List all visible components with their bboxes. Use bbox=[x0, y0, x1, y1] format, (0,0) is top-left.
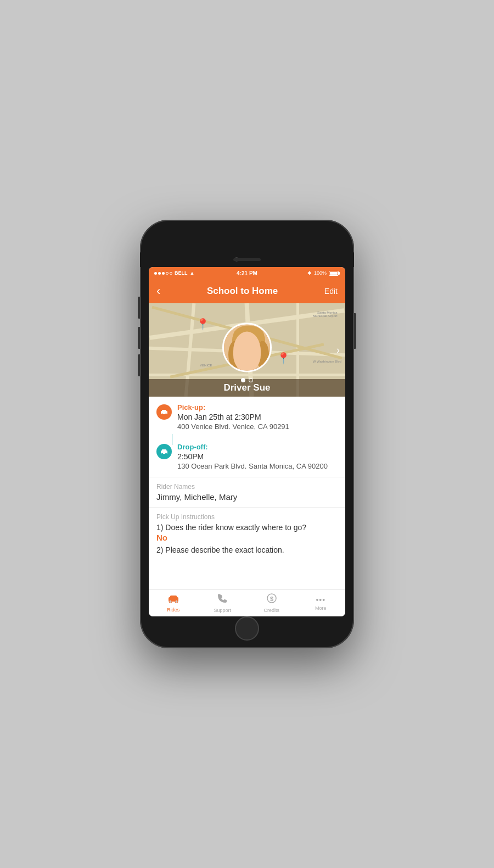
speaker bbox=[233, 258, 261, 261]
credits-tab-label: Credits bbox=[263, 608, 279, 613]
signal-dots bbox=[154, 272, 172, 275]
svg-point-23 bbox=[169, 600, 172, 603]
ride-detail-section: Pick-up: Mon Jan 25th at 2:30PM 400 Veni… bbox=[149, 397, 345, 477]
home-button[interactable] bbox=[235, 616, 259, 641]
support-tab-label: Support bbox=[214, 608, 231, 613]
back-button[interactable]: ‹ bbox=[156, 284, 160, 298]
page-title: School to Home bbox=[207, 286, 278, 297]
status-time: 4:21 PM bbox=[237, 270, 257, 276]
phone-top-bar bbox=[140, 252, 354, 267]
edit-button[interactable]: Edit bbox=[324, 287, 338, 296]
instruction-question-1: 1) Does the rider know exactly where to … bbox=[156, 523, 338, 532]
battery-fill bbox=[330, 272, 338, 275]
tab-support[interactable]: Support bbox=[198, 593, 248, 613]
dropoff-address: 130 Ocean Park Blvd. Santa Monica, CA 90… bbox=[177, 462, 338, 470]
svg-rect-22 bbox=[170, 596, 177, 599]
instructions-section: Pick Up Instructions 1) Does the rider k… bbox=[149, 508, 345, 561]
bluetooth-icon: ✱ bbox=[307, 270, 312, 276]
pickup-pin: 📍 bbox=[196, 318, 210, 331]
chevron-right-icon[interactable]: › bbox=[336, 344, 340, 356]
svg-rect-14 bbox=[162, 410, 166, 412]
svg-point-8 bbox=[244, 348, 245, 349]
pickup-content: Pick-up: Mon Jan 25th at 2:30PM 400 Veni… bbox=[177, 403, 338, 431]
signal-dot-5 bbox=[170, 272, 172, 275]
page-dot-2[interactable] bbox=[249, 378, 253, 382]
dollar-icon: $ bbox=[266, 593, 277, 604]
svg-rect-18 bbox=[162, 449, 166, 452]
svg-point-5 bbox=[237, 338, 261, 366]
carrier-label: BELL bbox=[175, 270, 188, 276]
svg-point-12 bbox=[233, 326, 264, 346]
svg-point-20 bbox=[165, 453, 167, 455]
signal-dot-2 bbox=[158, 272, 161, 275]
phone-screen: BELL ▲ 4:21 PM ✱ 100% ‹ School to Home E… bbox=[149, 267, 345, 616]
phone-icon bbox=[217, 593, 228, 604]
status-bar: BELL ▲ 4:21 PM ✱ 100% bbox=[149, 267, 345, 279]
rider-names-label: Rider Names bbox=[156, 483, 338, 491]
svg-point-4 bbox=[256, 341, 269, 369]
tab-credits[interactable]: $ Credits bbox=[247, 593, 296, 613]
content-area: Pick-up: Mon Jan 25th at 2:30PM 400 Veni… bbox=[149, 397, 345, 589]
phone-device: BELL ▲ 4:21 PM ✱ 100% ‹ School to Home E… bbox=[140, 220, 354, 648]
rides-car-icon bbox=[167, 593, 179, 603]
dropoff-icon bbox=[156, 444, 172, 459]
pickup-row: Pick-up: Mon Jan 25th at 2:30PM 400 Veni… bbox=[156, 403, 338, 431]
rider-names-section: Rider Names Jimmy, Michelle, Mary bbox=[149, 477, 345, 508]
tab-rides[interactable]: Rides bbox=[149, 593, 198, 613]
tab-more[interactable]: ••• More bbox=[296, 596, 346, 611]
svg-point-15 bbox=[161, 414, 163, 415]
map-section[interactable]: Santa MonicaMunicipal Airport VENICE W W… bbox=[149, 303, 345, 397]
nav-bar: ‹ School to Home Edit bbox=[149, 279, 345, 303]
credits-icon: $ bbox=[266, 593, 277, 607]
wifi-icon: ▲ bbox=[190, 270, 195, 276]
signal-dot-1 bbox=[154, 272, 157, 275]
battery-icon bbox=[329, 271, 340, 276]
svg-point-9 bbox=[253, 348, 254, 349]
dropoff-row: Drop-off: 2:50PM 130 Ocean Park Blvd. Sa… bbox=[156, 443, 338, 470]
map-label-washington: W Washington Blvd bbox=[313, 360, 341, 363]
status-right: ✱ 100% bbox=[307, 270, 340, 276]
svg-point-11 bbox=[248, 352, 250, 353]
support-icon bbox=[217, 593, 228, 607]
tab-bar: Rides Support $ Credit bbox=[149, 589, 345, 616]
pickup-datetime: Mon Jan 25th at 2:30PM bbox=[177, 413, 338, 421]
svg-text:$: $ bbox=[270, 596, 273, 602]
instruction-question-2: 2) Please describe the exact location. bbox=[156, 546, 338, 554]
page-dot-1[interactable] bbox=[241, 378, 245, 382]
signal-dot-4 bbox=[166, 272, 169, 275]
page-dots bbox=[241, 378, 253, 382]
dropoff-content: Drop-off: 2:50PM 130 Ocean Park Blvd. Sa… bbox=[177, 443, 338, 470]
svg-point-7 bbox=[251, 347, 255, 350]
svg-point-6 bbox=[243, 347, 246, 350]
status-left: BELL ▲ bbox=[154, 270, 194, 276]
instructions-label: Pick Up Instructions bbox=[156, 513, 338, 521]
battery-percent: 100% bbox=[314, 270, 327, 276]
dropoff-pin: 📍 bbox=[277, 352, 290, 365]
pickup-label: Pick-up: bbox=[177, 403, 338, 411]
svg-point-10 bbox=[244, 354, 253, 358]
pickup-address: 400 Venice Blvd. Venice, CA 90291 bbox=[177, 422, 338, 431]
more-tab-label: More bbox=[315, 605, 327, 611]
svg-point-3 bbox=[228, 341, 242, 369]
driver-photo bbox=[222, 323, 272, 372]
dropoff-time: 2:50PM bbox=[177, 452, 338, 461]
dropoff-car-icon bbox=[160, 447, 169, 456]
signal-dot-3 bbox=[162, 272, 165, 275]
driver-portrait-svg bbox=[224, 325, 272, 372]
svg-point-16 bbox=[165, 414, 167, 415]
svg-point-19 bbox=[161, 453, 163, 455]
instruction-answer-1: No bbox=[156, 533, 338, 542]
car-icon bbox=[160, 408, 169, 416]
battery-body bbox=[329, 271, 339, 276]
driver-face bbox=[224, 325, 270, 371]
pickup-icon bbox=[156, 404, 172, 420]
map-label-venice: VENICE bbox=[200, 364, 212, 367]
rides-icon bbox=[167, 593, 179, 606]
more-icon: ••• bbox=[316, 596, 325, 604]
rider-names-value: Jimmy, Michelle, Mary bbox=[156, 492, 338, 502]
rides-tab-label: Rides bbox=[167, 607, 179, 613]
map-label-airport: Santa MonicaMunicipal Airport bbox=[313, 311, 337, 318]
dropoff-label: Drop-off: bbox=[177, 443, 338, 451]
svg-point-24 bbox=[175, 600, 178, 603]
battery-tip bbox=[339, 272, 340, 275]
